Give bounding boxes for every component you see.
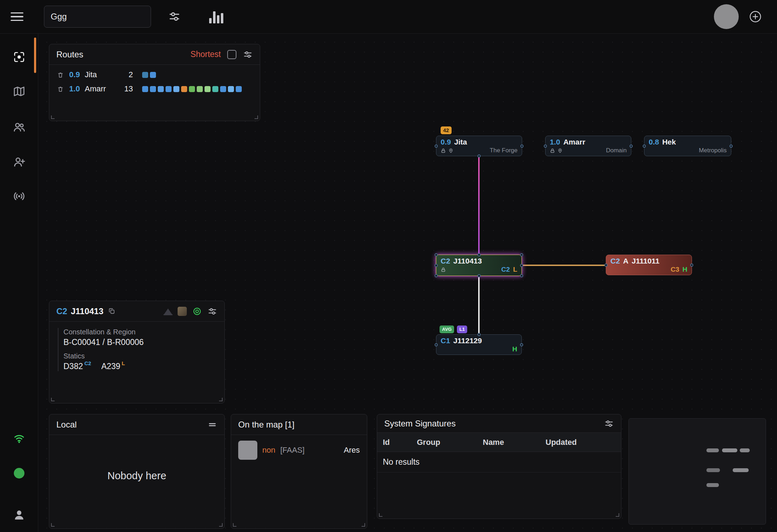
map-name-input[interactable] — [44, 6, 151, 28]
column-header-id[interactable]: Id — [377, 438, 411, 447]
resize-handle[interactable] — [219, 523, 223, 527]
connection-port[interactable] — [435, 343, 438, 346]
online-status-dot — [14, 468, 24, 479]
structure-icon[interactable] — [164, 309, 172, 314]
pilot-name: non — [262, 446, 275, 455]
minimap[interactable] — [628, 418, 766, 525]
system-class: C1 — [441, 336, 450, 345]
connection-port[interactable] — [520, 274, 523, 277]
security-status: 0.9 — [441, 138, 451, 146]
map-canvas[interactable]: 42 0.9 Jita The Forge 1.0 Amar — [38, 34, 777, 532]
system-name: Amarr — [563, 138, 585, 146]
system-info-panel: C2 J110413 — [49, 301, 225, 403]
resize-handle[interactable] — [255, 115, 258, 119]
connection-port[interactable] — [435, 145, 438, 148]
system-node-j112129[interactable]: AVG L1 C1 J112129 H — [436, 334, 522, 355]
resize-handle[interactable] — [51, 523, 55, 527]
connection-port[interactable] — [730, 145, 733, 148]
system-name: J110413 — [453, 257, 482, 265]
wormhole-connection-jita-j110413[interactable] — [478, 156, 480, 255]
resize-handle[interactable] — [51, 115, 55, 119]
minimap-node — [733, 468, 749, 472]
connection-port[interactable] — [544, 145, 547, 148]
connection-port[interactable] — [520, 145, 524, 148]
resize-handle[interactable] — [616, 513, 619, 517]
delete-route-icon[interactable] — [57, 86, 65, 92]
pin-icon — [448, 148, 453, 153]
route-mode-toggle[interactable]: Shortest — [190, 50, 221, 59]
connection-port[interactable] — [520, 264, 523, 267]
local-options-icon[interactable] — [207, 420, 217, 430]
copy-icon[interactable] — [108, 308, 115, 315]
minimap-node — [706, 483, 719, 487]
system-settings-icon[interactable] — [207, 306, 217, 316]
route-jump-segment — [173, 86, 179, 92]
system-image-thumbnail[interactable] — [178, 307, 187, 316]
connection-port[interactable] — [435, 253, 438, 256]
add-icon[interactable] — [749, 10, 762, 23]
local-panel-header: Local — [49, 414, 224, 435]
routes-settings-icon[interactable] — [243, 50, 253, 60]
static-tags: H — [512, 345, 517, 353]
system-node-hek[interactable]: 0.8 Hek Metropolis — [644, 136, 731, 156]
on-map-panel: On the map [1] non [FAAS] Ares — [231, 414, 367, 529]
resize-handle[interactable] — [51, 398, 55, 401]
connection-port[interactable] — [520, 343, 523, 346]
sidebar-item-add-character[interactable] — [12, 155, 26, 170]
resize-handle[interactable] — [379, 513, 382, 517]
system-node-j111011[interactable]: C2 A J111011 C3 H — [606, 255, 692, 275]
connection-port[interactable] — [435, 264, 438, 267]
system-name: J111011 — [632, 257, 659, 265]
resize-handle[interactable] — [362, 523, 365, 527]
route-jump-segment — [228, 86, 234, 92]
connection-port[interactable] — [435, 274, 438, 277]
connection-port[interactable] — [477, 333, 481, 336]
signatures-settings-icon[interactable] — [604, 419, 614, 429]
route-jump-segment — [197, 86, 203, 92]
column-header-name[interactable]: Name — [477, 438, 540, 447]
sidebar-item-maps[interactable] — [13, 85, 26, 99]
resize-handle[interactable] — [219, 398, 223, 401]
column-header-group[interactable]: Group — [411, 438, 477, 447]
sidebar — [0, 34, 38, 532]
route-segments — [142, 86, 242, 92]
system-node-j110413[interactable]: C2 J110413 C2 L — [436, 255, 522, 276]
stats-icon[interactable] — [209, 10, 223, 23]
system-node-amarr[interactable]: 1.0 Amarr Domain — [545, 136, 631, 156]
connection-port[interactable] — [477, 154, 481, 158]
wormhole-connection-j110413-j112129[interactable] — [478, 276, 480, 334]
system-name: J110413 — [71, 306, 104, 316]
avatar[interactable] — [714, 4, 739, 29]
sidebar-item-broadcast[interactable] — [12, 189, 26, 204]
system-node-jita[interactable]: 42 0.9 Jita The Forge — [436, 136, 522, 156]
pilot-row[interactable]: non [FAAS] Ares — [231, 435, 367, 465]
resize-handle[interactable] — [233, 523, 236, 527]
menu-icon[interactable] — [11, 12, 23, 21]
minimap-node — [722, 448, 737, 452]
user-icon[interactable] — [12, 508, 26, 523]
connection-status-icon — [13, 432, 26, 446]
target-icon[interactable] — [192, 307, 202, 316]
routes-panel-header: Routes Shortest — [49, 44, 260, 65]
route-jump-segment — [142, 72, 148, 78]
system-name: Jita — [454, 138, 467, 146]
connection-port[interactable] — [604, 264, 608, 267]
route-row-jita[interactable]: 0.9 Jita 2 — [49, 68, 260, 82]
filters-icon[interactable] — [168, 10, 181, 23]
system-info-header: C2 J110413 — [49, 301, 224, 322]
route-mode-checkbox[interactable] — [227, 50, 236, 59]
delete-route-icon[interactable] — [57, 72, 65, 78]
sidebar-item-tracking[interactable] — [12, 50, 26, 65]
connection-port[interactable] — [690, 264, 693, 267]
connection-port[interactable] — [477, 274, 481, 277]
panel-title: Routes — [56, 50, 83, 60]
sidebar-item-characters[interactable] — [12, 120, 26, 135]
wormhole-connection-j110413-j111011[interactable] — [522, 265, 606, 266]
connection-port[interactable] — [477, 253, 481, 256]
connection-port[interactable] — [643, 145, 646, 148]
connection-port[interactable] — [630, 145, 633, 148]
connection-port[interactable] — [520, 253, 523, 256]
column-header-updated[interactable]: Updated — [540, 438, 621, 447]
route-jump-segment — [166, 86, 172, 92]
route-row-amarr[interactable]: 1.0 Amarr 13 — [49, 82, 260, 96]
